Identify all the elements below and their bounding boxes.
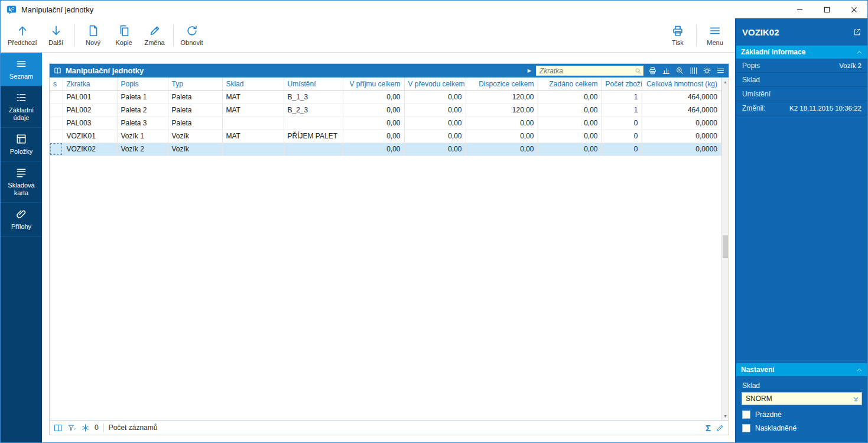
layout-columns-icon[interactable] <box>54 423 63 432</box>
table-cell[interactable] <box>50 130 63 143</box>
table-cell[interactable]: MAT <box>222 130 284 143</box>
table-cell[interactable]: 0,00 <box>343 143 404 156</box>
column-header-0[interactable]: s <box>50 77 63 90</box>
grid-find-icon[interactable] <box>675 66 684 75</box>
table-cell[interactable]: 0,00 <box>538 130 602 143</box>
refresh-button[interactable]: Obnovit <box>177 20 207 51</box>
grid-columns-icon[interactable] <box>689 66 698 75</box>
close-button[interactable] <box>840 1 867 18</box>
table-cell[interactable]: 0,00 <box>404 143 466 156</box>
scroll-track[interactable] <box>722 86 729 412</box>
filter-icon[interactable] <box>67 423 76 432</box>
column-header-6[interactable]: V příjmu celkem <box>343 77 404 90</box>
table-cell[interactable] <box>284 117 343 130</box>
table-cell[interactable]: MAT <box>222 90 284 104</box>
table-cell[interactable]: B_2_3 <box>284 104 343 117</box>
checkbox-box[interactable] <box>742 424 750 432</box>
table-row-VOZIK02[interactable]: VOZIK02Vozík 2Vozík0,000,000,000,0000,00… <box>50 143 721 156</box>
table-cell[interactable]: PAL001 <box>63 90 117 104</box>
table-cell[interactable]: 464,0000 <box>642 90 721 104</box>
table-cell[interactable]: Vozík 1 <box>117 130 168 143</box>
column-header-9[interactable]: Zadáno celkem <box>538 77 602 90</box>
grid-menu-icon[interactable] <box>716 66 725 75</box>
section-zakladni-informace[interactable]: Základní informace <box>736 46 867 59</box>
sidebar-item-prilohy[interactable]: Přílohy <box>1 203 42 237</box>
column-header-7[interactable]: V převodu celkem <box>404 77 466 90</box>
section-nastaveni[interactable]: Nastavení <box>736 363 867 376</box>
table-cell[interactable]: 0,00 <box>538 143 602 156</box>
table-cell[interactable]: VOZIK02 <box>63 143 117 156</box>
sidebar-item-seznam[interactable]: Seznam <box>1 53 42 86</box>
new-button[interactable]: Nový <box>78 20 109 51</box>
note-pencil-icon[interactable] <box>716 423 724 432</box>
table-cell[interactable] <box>50 104 63 117</box>
table-cell[interactable]: 0 <box>602 117 642 130</box>
table-cell[interactable]: 0,0000 <box>642 143 721 156</box>
sklad-combobox[interactable]: SNORM <box>742 392 862 405</box>
table-cell[interactable]: 0,00 <box>404 130 466 143</box>
table-cell[interactable]: 0,00 <box>343 130 404 143</box>
grid-settings-icon[interactable] <box>703 66 711 75</box>
checkbox-naskladnene[interactable]: Naskladněné <box>742 424 862 432</box>
freeze-icon[interactable] <box>81 423 90 432</box>
table-cell[interactable]: PŘÍJEM PALET <box>284 130 343 143</box>
column-header-5[interactable]: Umístění <box>284 77 343 90</box>
checkbox-box[interactable] <box>742 410 750 419</box>
table-cell[interactable]: 120,00 <box>466 104 538 117</box>
sidebar-item-skladova-karta[interactable]: Skladová karta <box>1 161 42 203</box>
next-button[interactable]: Další <box>41 20 71 51</box>
grid-print-icon[interactable] <box>648 66 657 75</box>
table-cell[interactable] <box>222 117 284 130</box>
table-cell[interactable]: 0,00 <box>404 104 466 117</box>
table-cell[interactable]: 0,00 <box>404 117 466 130</box>
minimize-button[interactable] <box>786 1 813 18</box>
table-cell[interactable] <box>50 143 63 156</box>
table-cell[interactable]: PAL002 <box>63 104 117 117</box>
previous-button[interactable]: Předchozí <box>4 20 41 51</box>
table-cell[interactable]: 464,0000 <box>642 104 721 117</box>
table-cell[interactable] <box>222 143 284 156</box>
print-button[interactable]: Tisk <box>662 20 693 51</box>
maximize-button[interactable] <box>813 1 840 18</box>
vertical-scrollbar[interactable]: ▲ ▼ <box>721 77 729 420</box>
table-row-PAL003[interactable]: PAL003Paleta 3Paleta0,000,000,000,0000,0… <box>50 117 721 130</box>
table-cell[interactable]: 0 <box>602 130 642 143</box>
table-cell[interactable]: 0,00 <box>466 130 538 143</box>
table-row-PAL001[interactable]: PAL001Paleta 1PaletaMATB_1_30,000,00120,… <box>50 90 721 104</box>
column-header-3[interactable]: Typ <box>168 77 222 90</box>
table-cell[interactable]: 120,00 <box>466 90 538 104</box>
table-cell[interactable]: Paleta 3 <box>117 117 168 130</box>
table-cell[interactable] <box>284 143 343 156</box>
table-cell[interactable]: MAT <box>222 104 284 117</box>
open-in-window-icon[interactable] <box>853 28 862 37</box>
column-header-11[interactable]: Celková hmotnost (kg) <box>642 77 721 90</box>
scroll-up-button[interactable]: ▲ <box>722 77 729 86</box>
table-cell[interactable]: 0,00 <box>466 117 538 130</box>
table-cell[interactable]: Paleta <box>168 90 222 104</box>
table-cell[interactable]: 0 <box>602 143 642 156</box>
table-cell[interactable]: Paleta 2 <box>117 104 168 117</box>
table-cell[interactable]: Paleta <box>168 104 222 117</box>
scroll-down-button[interactable]: ▼ <box>722 412 729 420</box>
sidebar-item-zakladni-udaje[interactable]: Základní údaje <box>1 86 42 128</box>
sum-icon[interactable]: Σ <box>706 423 711 432</box>
column-header-2[interactable]: Popis <box>117 77 168 90</box>
column-header-1[interactable]: Zkratka <box>63 77 117 90</box>
table-cell[interactable]: 0,00 <box>466 143 538 156</box>
grid-chart-icon[interactable] <box>662 66 671 75</box>
table-cell[interactable]: 0,00 <box>343 90 404 104</box>
table-cell[interactable]: 0,00 <box>343 104 404 117</box>
table-cell[interactable]: 0,00 <box>538 90 602 104</box>
table-row-VOZIK01[interactable]: VOZIK01Vozík 1VozíkMATPŘÍJEM PALET0,000,… <box>50 130 721 143</box>
table-cell[interactable] <box>50 90 63 104</box>
column-header-4[interactable]: Sklad <box>222 77 284 90</box>
table-cell[interactable]: 0,0000 <box>642 117 721 130</box>
table-cell[interactable]: Vozík 2 <box>117 143 168 156</box>
table-cell[interactable]: 1 <box>602 104 642 117</box>
table-cell[interactable]: PAL003 <box>63 117 117 130</box>
column-header-10[interactable]: Počet zboží <box>602 77 642 90</box>
table-cell[interactable]: 0,00 <box>404 90 466 104</box>
table-cell[interactable]: 0,00 <box>343 117 404 130</box>
table-cell[interactable]: 1 <box>602 90 642 104</box>
table-cell[interactable]: Vozík <box>168 130 222 143</box>
